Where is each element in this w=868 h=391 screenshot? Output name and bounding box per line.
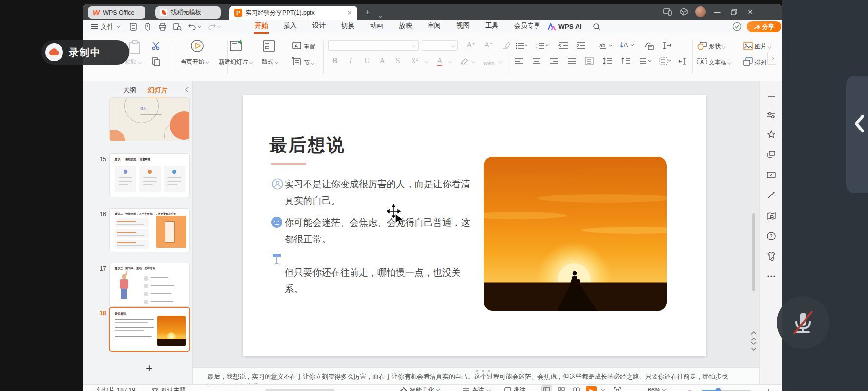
comments-button[interactable]: 批注 [504,385,526,391]
slide-canvas[interactable]: 最后想说 实习不是让你变成很厉害的人，而是让你看清真实的自己。 你可能会迷茫、会… [193,81,759,384]
add-slide-button[interactable]: + [141,361,158,375]
print-icon[interactable] [159,23,166,31]
horizontal-scroll-hint[interactable] [265,389,334,391]
close-tab-icon[interactable]: ✕ [347,9,352,17]
transition-pages-icon[interactable] [766,150,776,159]
bullet-1[interactable]: 实习不是让你变成很厉害的人，而是让你看清真实的自己。 [285,175,476,209]
redo-button[interactable] [208,23,221,30]
speaker-notes-area[interactable]: ● ● ● 最后，我想说，实习的意义不在于让你立刻变得多么厉害，而在于让你有机会… [193,367,759,384]
output-icon[interactable] [144,23,152,31]
play-from-current-icon[interactable] [190,39,204,53]
devices-sync-icon[interactable] [659,8,676,16]
tab-design[interactable]: 设计 [311,20,327,34]
effects-star-icon[interactable] [766,130,776,140]
file-menu-button[interactable]: 文件 [87,21,124,33]
find-map-icon[interactable] [766,211,776,221]
reading-view-button[interactable] [571,386,581,391]
tab-docer-templates[interactable]: 找稻壳模板 [155,6,221,19]
cut-icon[interactable] [151,41,161,51]
smart-beautify-button[interactable]: 智能美化 [400,385,440,391]
font-size-select[interactable] [422,40,458,51]
screen-recording-badge[interactable]: 录制中 [41,40,129,65]
slide-sorter-view-button[interactable] [557,386,566,391]
bullet-3[interactable]: 但只要你还在往前走，哪怕慢一点，也没关系。 [285,264,476,297]
align-center-icon[interactable] [532,58,541,65]
print-preview-icon[interactable] [173,23,182,31]
line-spacing-icon[interactable] [602,57,612,65]
tab-tools[interactable]: 工具 [484,20,499,34]
italic-button[interactable]: I [349,57,351,65]
zoom-in-button[interactable]: + [766,385,771,391]
picture-icon[interactable] [743,42,753,50]
next-slide-icon[interactable] [751,347,757,352]
tab-member[interactable]: 会员专享 [513,20,541,34]
textbox-label[interactable]: 文本框 [709,58,731,66]
distribute-text-icon[interactable] [585,57,594,65]
justify-icon[interactable] [567,58,576,65]
scroll-up-down-icon[interactable] [751,338,757,345]
strikethrough-button[interactable]: A [380,57,385,65]
user-avatar[interactable] [692,6,709,17]
prev-slide-icon[interactable] [751,330,757,335]
section-label[interactable]: 节 [304,59,314,67]
convert-smartart-icon[interactable] [643,41,654,51]
zoom-out-button[interactable]: − [687,385,692,391]
theme-button[interactable]: 默认主题 [151,385,186,391]
bullet-list-icon[interactable] [516,42,527,50]
tab-animation[interactable]: 动画 [369,20,384,34]
paragraph-spacing-icon[interactable] [621,57,631,65]
text-direction-icon[interactable]: A [620,41,635,50]
skin-theme-icon[interactable] [766,251,776,261]
new-slide-label[interactable]: 新建幻灯片 [219,58,253,66]
shapes-icon[interactable] [697,42,707,50]
properties-settings-icon[interactable] [766,110,776,120]
current-slide[interactable]: 最后想说 实习不是让你变成很厉害的人，而是让你看清真实的自己。 你可能会迷茫、会… [243,95,706,356]
cloud-saved-icon[interactable] [732,22,742,31]
tab-slideshow[interactable]: 放映 [398,20,413,34]
ribbon-expand-button[interactable] [767,52,776,65]
copy-icon[interactable] [151,57,161,66]
align-right-icon[interactable] [550,58,558,65]
line-height-dropdown-icon[interactable] [640,58,652,65]
minimize-button[interactable]: — [709,8,725,16]
bold-button[interactable]: B [332,57,338,65]
layout-label[interactable]: 版式 [262,58,278,66]
collapse-sidebar-icon[interactable] [766,92,776,102]
tab-transitions[interactable]: 切换 [340,20,355,34]
close-window-button[interactable]: ✕ [742,8,759,16]
section-icon[interactable] [292,57,302,66]
highlight-color-icon[interactable] [460,58,469,65]
character-spacing-icon[interactable]: ab [599,42,614,50]
decrease-indent-icon[interactable] [558,42,568,49]
collapse-panel-icon[interactable] [185,87,189,93]
wps-ai-button[interactable]: WPS AI [548,23,582,30]
tab-list-dropdown-icon[interactable] [379,11,382,20]
bullet-2[interactable]: 你可能会迷茫、会焦虑、会觉得自己普通，这都很正常。 [285,214,476,247]
search-icon[interactable] [593,23,600,31]
reset-label[interactable]: 重置 [304,43,315,51]
tab-review[interactable]: 审阅 [427,20,442,34]
sign-pen-icon[interactable] [766,170,776,180]
decrease-font-icon[interactable]: A⁻ [484,41,493,49]
tab-wps-office[interactable]: W WPS Office [88,6,145,19]
increase-font-icon[interactable]: A⁺ [467,41,475,49]
tab-outline[interactable]: 大纲 [123,86,136,95]
play-from-current-label[interactable]: 当页开始 [181,58,209,66]
microphone-muted-button[interactable] [777,296,829,349]
slide-thumbnail-17[interactable]: 建议三：实习中，主动一点不吃亏 [110,263,189,306]
slide-thumbnail-14[interactable]: 04 [110,98,189,141]
more-options-icon[interactable] [766,271,776,281]
sunset-road-image[interactable] [484,157,667,311]
slide-title[interactable]: 最后想说 [269,133,346,157]
shapes-label[interactable]: 形状 [709,43,725,51]
reset-slide-icon[interactable] [292,41,302,51]
paste-icon[interactable] [128,40,142,55]
slide-thumbnail-16[interactable]: 建议二：投简历时，不一定要大厂，但要警惕小公司 [110,209,189,252]
superscript-button[interactable]: X² [411,57,419,65]
paste-label[interactable]: 粘贴 [125,58,142,66]
zoom-slider-handle[interactable] [716,388,721,391]
font-name-select[interactable] [328,40,419,51]
help-icon[interactable]: ? [766,231,776,241]
slide-thumbnail-18-selected[interactable]: 最后想说 [110,308,189,351]
tab-home[interactable]: 开始 [254,20,269,34]
